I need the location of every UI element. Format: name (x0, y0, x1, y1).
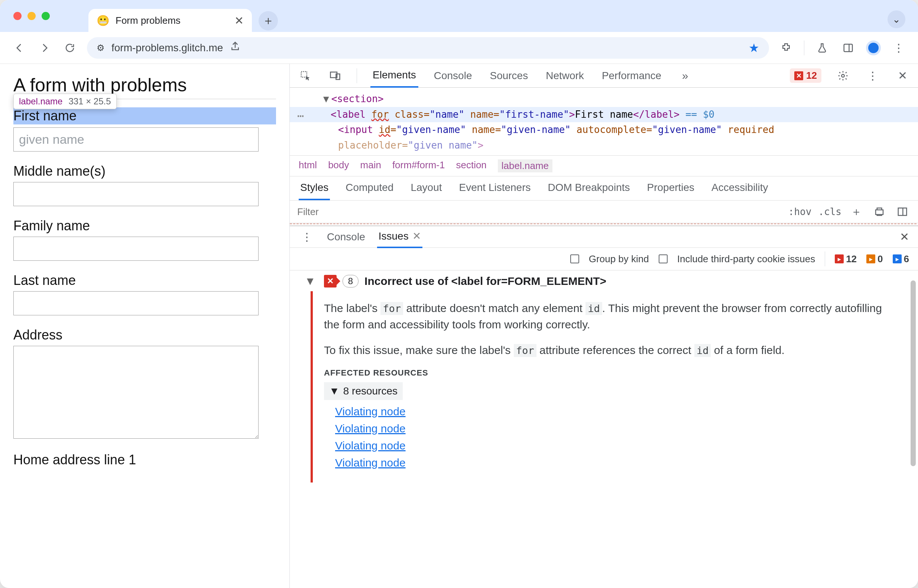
profile-avatar[interactable] (866, 40, 881, 55)
crumb[interactable]: main (360, 159, 381, 172)
violating-node-link[interactable]: Violating node (335, 457, 898, 469)
badge-info[interactable]: ▸6 (893, 253, 909, 265)
tab-computed[interactable]: Computed (344, 176, 395, 200)
drawer-tab-issues[interactable]: Issues ✕ (377, 226, 422, 248)
print-media-icon[interactable] (871, 204, 887, 220)
side-panel-icon[interactable] (840, 40, 857, 56)
error-count-chip[interactable]: ✕ 12 (790, 68, 821, 83)
browser-tab[interactable]: 😬 Form problems ✕ (89, 9, 252, 32)
crumb[interactable]: form#form-1 (392, 159, 445, 172)
maximize-window-button[interactable] (42, 12, 50, 20)
dom-tree[interactable]: ▼<section> <label for class="name" name=… (290, 88, 918, 155)
tab-layout[interactable]: Layout (409, 176, 443, 200)
crumb-current[interactable]: label.name (498, 159, 553, 172)
issue-header[interactable]: ▼ ✕ 8 Incorrect use of <label for=FORM_E… (305, 275, 909, 288)
tab-properties[interactable]: Properties (645, 176, 696, 200)
tab-performance[interactable]: Performance (600, 65, 664, 87)
drawer-tab-console[interactable]: Console (325, 226, 367, 247)
devtools-close-icon[interactable]: ✕ (894, 68, 911, 84)
crumb[interactable]: html (299, 159, 317, 172)
violating-node-link[interactable]: Violating node (335, 422, 898, 435)
issue-count: 8 (343, 275, 359, 288)
crumb[interactable]: body (328, 159, 349, 172)
site-settings-icon[interactable]: ⚙ (97, 43, 105, 53)
element-tooltip: label.name 331 × 25.5 (13, 94, 116, 109)
separator (825, 252, 825, 267)
back-button[interactable] (11, 40, 27, 56)
dom-line[interactable]: ▼<section> (320, 91, 911, 107)
devtools-kebab-icon[interactable]: ⋮ (865, 68, 881, 84)
tooltip-dimensions: 331 × 25.5 (68, 96, 111, 107)
cls-button[interactable]: .cls (818, 206, 842, 217)
drawer-close-icon[interactable]: ✕ (900, 230, 909, 243)
extensions-icon[interactable] (778, 40, 794, 56)
dom-line[interactable]: <input id="given-name" name="given-name"… (320, 122, 911, 138)
tab-network[interactable]: Network (543, 65, 586, 87)
tab-elements[interactable]: Elements (370, 64, 418, 88)
toolbar: ⚙ form-problems.glitch.me ★ ⋮ (0, 32, 918, 64)
reload-button[interactable] (61, 40, 78, 56)
violating-node-link[interactable]: Violating node (335, 405, 898, 418)
dom-breadcrumb[interactable]: html body main form#form-1 section label… (290, 155, 918, 176)
close-window-button[interactable] (13, 12, 21, 20)
minimize-window-button[interactable] (27, 12, 36, 20)
resources-toggle[interactable]: ▼ 8 resources (324, 382, 403, 400)
svg-point-4 (842, 74, 844, 77)
tab-console[interactable]: Console (432, 65, 474, 87)
tab-sources[interactable]: Sources (487, 65, 530, 87)
settings-gear-icon[interactable] (835, 68, 851, 84)
field-last-name: Last name (13, 273, 276, 315)
input-last-name[interactable] (13, 291, 259, 315)
device-toggle-icon[interactable] (327, 68, 343, 84)
crumb[interactable]: section (456, 159, 486, 172)
badge-warnings[interactable]: ▸0 (866, 253, 883, 265)
badge-errors[interactable]: ▸12 (835, 253, 857, 265)
issue-paragraph: The label's for attribute doesn't match … (324, 300, 898, 333)
expand-icon[interactable]: ▼ (305, 275, 316, 288)
input-first-name[interactable] (13, 128, 259, 152)
kebab-menu-icon[interactable]: ⋮ (891, 40, 907, 56)
field-first-name: First name (13, 107, 276, 152)
issue-paragraph: To fix this issue, make sure the label's… (324, 342, 898, 359)
scrollbar[interactable] (911, 280, 916, 466)
bookmark-star-icon[interactable]: ★ (748, 41, 760, 55)
input-family-name[interactable] (13, 237, 259, 261)
computed-icon[interactable] (894, 204, 911, 220)
new-style-icon[interactable]: ＋ (848, 204, 865, 220)
tabs-menu-button[interactable]: ⌄ (887, 10, 905, 28)
styles-filter-bar: :hov .cls ＋ (290, 200, 918, 223)
field-address: Address (13, 327, 276, 440)
address-bar[interactable]: ⚙ form-problems.glitch.me ★ (87, 37, 769, 59)
browser-window: 😬 Form problems ✕ ＋ ⌄ ⚙ form-problems.gl… (0, 0, 918, 588)
drawer-kebab-icon[interactable]: ⋮ (299, 229, 315, 245)
input-middle-name[interactable] (13, 182, 259, 206)
tab-event-listeners[interactable]: Event Listeners (458, 176, 532, 200)
hov-button[interactable]: :hov (788, 206, 812, 217)
labs-icon[interactable] (814, 40, 830, 56)
forward-button[interactable] (36, 40, 53, 56)
svg-rect-0 (844, 44, 853, 52)
page-heading: A form with problems (13, 74, 276, 96)
tab-styles[interactable]: Styles (299, 176, 330, 200)
violating-nodes-list: Violating node Violating node Violating … (324, 405, 898, 469)
tab-dom-breakpoints[interactable]: DOM Breakpoints (546, 176, 632, 200)
rendered-page: A form with problems label.name 331 × 25… (0, 64, 290, 588)
styles-filter-input[interactable] (297, 206, 782, 218)
tab-close-icon[interactable]: ✕ (234, 14, 244, 27)
violating-node-link[interactable]: Violating node (335, 439, 898, 452)
more-tabs-icon[interactable]: » (677, 68, 693, 84)
inspect-icon[interactable] (297, 68, 314, 84)
tab-accessibility[interactable]: Accessibility (710, 176, 769, 200)
close-icon[interactable]: ✕ (412, 230, 421, 242)
textarea-address[interactable] (13, 346, 259, 439)
new-tab-button[interactable]: ＋ (259, 11, 278, 31)
dom-line-selected[interactable]: <label for class="name" name="first-name… (290, 107, 918, 123)
label-last-name: Last name (13, 273, 276, 288)
checkbox-third-party[interactable] (659, 254, 667, 263)
share-icon[interactable] (230, 41, 241, 55)
checkbox-group-by-kind[interactable] (570, 254, 579, 263)
label-group-by-kind: Group by kind (589, 253, 649, 265)
svg-rect-5 (876, 210, 883, 215)
expand-icon[interactable]: ▼ (323, 93, 329, 104)
dom-line[interactable]: placeholder="given name"> (320, 138, 911, 153)
